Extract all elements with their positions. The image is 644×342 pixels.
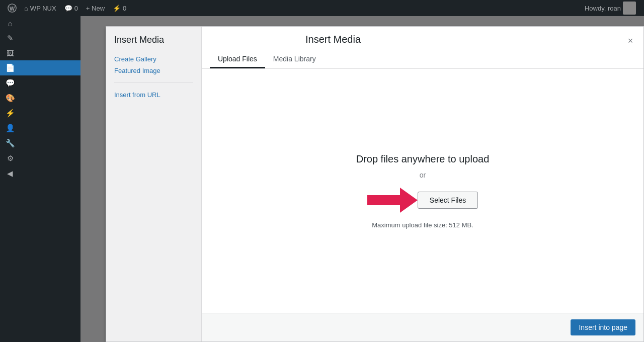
sidebar-divider: [114, 82, 193, 83]
plugins-icon-side: ⚡: [5, 109, 15, 118]
home-icon: ⌂: [24, 5, 28, 12]
select-files-button[interactable]: Select Files: [418, 192, 478, 209]
insert-into-page-button[interactable]: Insert into page: [571, 319, 635, 335]
modal-sidebar: Insert Media Create Gallery Featured Ima…: [106, 27, 202, 341]
sidebar-item-posts[interactable]: ✎: [0, 31, 80, 46]
tab-media-library[interactable]: Media Library: [265, 51, 324, 68]
settings-icon: ⚙: [5, 154, 15, 163]
create-gallery-link[interactable]: Create Gallery: [106, 53, 201, 65]
howdy-text: Howdy, roan: [585, 5, 621, 12]
plugins-item[interactable]: ⚡ 0: [109, 0, 130, 16]
media-icon: 🖼: [5, 49, 15, 57]
posts-icon: ✎: [5, 34, 15, 43]
site-name: WP NUX: [30, 5, 56, 12]
svg-marker-2: [367, 188, 418, 213]
sidebar-item-settings[interactable]: ⚙: [0, 151, 80, 166]
sidebar-item-users[interactable]: 👤: [0, 121, 80, 136]
modal-close-button[interactable]: ×: [621, 32, 639, 50]
drop-files-text: Drop files anywhere to upload: [356, 153, 490, 165]
arrow-icon: [367, 185, 418, 215]
site-name-item[interactable]: ⌂ WP NUX: [20, 0, 60, 16]
modal-tabs: Upload Files Media Library: [210, 51, 324, 68]
sidebar-item-comments[interactable]: 💬: [0, 75, 80, 91]
svg-text:W: W: [10, 6, 15, 12]
admin-bar: W ⌂ WP NUX 💬 0 + New ⚡ 0 Howdy, roan: [0, 0, 644, 16]
comment-icon: 💬: [64, 5, 72, 12]
plugins-icon: ⚡: [113, 5, 121, 12]
sidebar-item-dashboard[interactable]: ⌂: [0, 16, 80, 31]
pages-icon: 📄: [5, 63, 15, 72]
new-label: + New: [86, 5, 105, 12]
featured-image-link[interactable]: Featured Image: [106, 65, 201, 76]
modal-title: Insert Media: [305, 34, 361, 45]
modal-header: Upload Files Media Library: [202, 27, 643, 69]
main-area: Insert Media Create Gallery Featured Ima…: [80, 16, 644, 342]
wp-logo-icon[interactable]: W: [4, 0, 20, 16]
avatar: [623, 2, 636, 15]
comments-icon: 💬: [5, 78, 15, 88]
upload-drop-area: Drop files anywhere to upload or Select …: [202, 69, 643, 313]
howdy-item[interactable]: Howdy, roan: [581, 0, 640, 16]
plugins-count: 0: [123, 5, 126, 12]
sidebar-item-appearance[interactable]: 🎨: [0, 91, 80, 106]
wp-sidebar: ⌂ ✎ 🖼 📄 💬 🎨 ⚡ 👤 🔧 ⚙ ◀: [0, 16, 80, 342]
modal-content-area: Insert Media × Upload Files Media Librar…: [202, 27, 643, 341]
main-layout: ⌂ ✎ 🖼 📄 💬 🎨 ⚡ 👤 🔧 ⚙ ◀: [0, 16, 644, 342]
insert-from-url-link[interactable]: Insert from URL: [106, 89, 201, 101]
sidebar-item-media[interactable]: 🖼: [0, 46, 80, 60]
users-icon: 👤: [5, 124, 15, 133]
sidebar-item-collapse[interactable]: ◀: [0, 166, 80, 181]
max-upload-size-text: Maximum upload file size: 512 MB.: [372, 221, 473, 229]
appearance-icon: 🎨: [5, 94, 15, 103]
insert-media-modal: Insert Media Create Gallery Featured Ima…: [106, 26, 644, 342]
modal-footer: Insert into page: [202, 313, 643, 341]
sidebar-item-pages[interactable]: 📄: [0, 60, 80, 75]
comment-count: 0: [74, 5, 78, 12]
modal-sidebar-title: Insert Media: [106, 35, 201, 53]
sidebar-item-tools[interactable]: 🔧: [0, 136, 80, 151]
select-files-container: Select Files: [367, 185, 478, 215]
collapse-icon: ◀: [5, 169, 15, 178]
tools-icon: 🔧: [5, 139, 15, 148]
sidebar-item-plugins[interactable]: ⚡: [0, 106, 80, 121]
tab-upload-files[interactable]: Upload Files: [210, 51, 265, 68]
dashboard-icon: ⌂: [5, 19, 15, 28]
or-text: or: [420, 171, 426, 179]
new-item[interactable]: + New: [82, 0, 109, 16]
comments-item[interactable]: 💬 0: [60, 0, 82, 16]
